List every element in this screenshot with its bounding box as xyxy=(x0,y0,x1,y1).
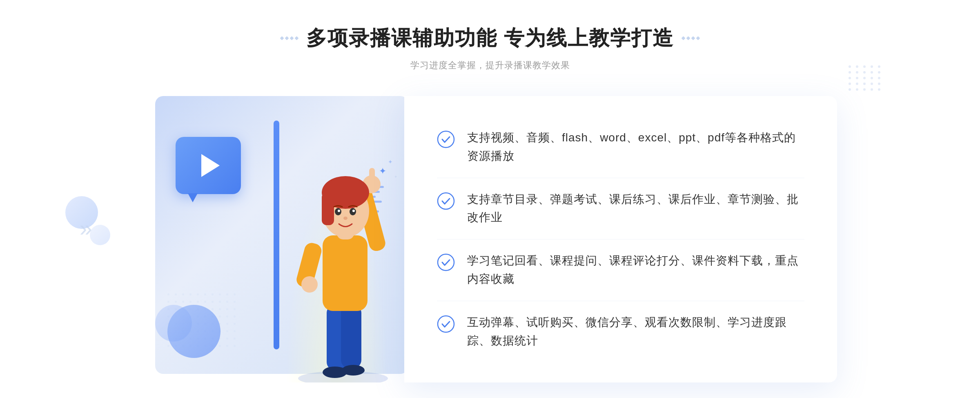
outer-dot xyxy=(856,71,858,74)
feature-text-4: 互动弹幕、试听购买、微信分享、观看次数限制、学习进度跟踪、数据统计 xyxy=(467,313,804,350)
illus-dot xyxy=(234,330,236,332)
title-decorator-left xyxy=(281,37,298,40)
svg-point-19 xyxy=(343,217,347,220)
svg-point-10 xyxy=(301,276,318,293)
outer-dot xyxy=(849,83,851,85)
illus-dot xyxy=(175,301,177,303)
svg-rect-5 xyxy=(323,235,368,311)
illus-dot xyxy=(219,293,221,295)
outer-dot xyxy=(871,88,873,91)
outer-dot xyxy=(863,77,866,79)
feature-text-1: 支持视频、音频、flash、word、excel、ppt、pdf等各种格式的资源… xyxy=(467,129,804,165)
illus-dot xyxy=(212,293,214,295)
page-container: 多项录播课辅助功能 专为线上教学打造 学习进度全掌握，提升录播课教学效果 // … xyxy=(0,0,980,398)
illus-dot xyxy=(226,323,228,325)
illus-dot xyxy=(234,315,236,318)
dot-4 xyxy=(295,36,299,40)
illus-dot xyxy=(226,308,228,310)
outer-dot xyxy=(863,71,866,74)
svg-point-24 xyxy=(438,193,454,209)
illus-dot xyxy=(182,293,184,295)
dot-3 xyxy=(290,36,294,40)
chevron-icon: » xyxy=(80,216,89,241)
illus-dot xyxy=(234,301,236,303)
outer-dot xyxy=(849,71,851,74)
subtitle: 学习进度全掌握，提升录播课教学效果 xyxy=(281,59,699,72)
title-decorator-right xyxy=(682,37,699,40)
illus-dot xyxy=(212,308,214,310)
circle-decoration-1 xyxy=(167,305,220,358)
illus-dot xyxy=(175,293,177,295)
feature-item-2: 支持章节目录、弹题考试、课后练习、课后作业、章节测验、批改作业 xyxy=(437,178,804,240)
svg-text:✦: ✦ xyxy=(388,159,393,165)
illus-dot xyxy=(234,323,236,325)
feature-text-3: 学习笔记回看、课程提问、课程评论打分、课件资料下载，重点内容收藏 xyxy=(467,252,804,288)
check-icon-2 xyxy=(437,192,455,210)
content-section: // Will be generated by JS below xyxy=(143,96,837,382)
outer-dot xyxy=(863,88,866,91)
illus-dot xyxy=(234,345,236,347)
outer-dot xyxy=(878,65,880,68)
illus-dot xyxy=(197,293,199,295)
check-icon-3 xyxy=(437,253,455,271)
svg-rect-9 xyxy=(369,168,375,188)
feature-text-2: 支持章节目录、弹题考试、课后练习、课后作业、章节测验、批改作业 xyxy=(467,190,804,227)
illus-dot xyxy=(234,308,236,310)
illus-dot xyxy=(167,301,169,303)
dot-1 xyxy=(280,36,284,40)
illus-dot xyxy=(234,338,236,340)
illus-dot xyxy=(226,293,228,295)
illus-dot xyxy=(219,308,221,310)
illus-dot xyxy=(226,345,228,347)
features-card: 支持视频、音频、flash、word、excel、ppt、pdf等各种格式的资源… xyxy=(404,96,837,382)
illus-dot xyxy=(219,315,221,318)
play-bubble xyxy=(176,137,241,194)
illus-dot xyxy=(182,301,184,303)
dot-8 xyxy=(696,36,700,40)
svg-point-23 xyxy=(438,131,454,148)
svg-point-25 xyxy=(438,254,454,271)
illus-dot xyxy=(197,301,199,303)
feature-item-1: 支持视频、音频、flash、word、excel、ppt、pdf等各种格式的资源… xyxy=(437,116,804,178)
outer-dot xyxy=(856,83,858,85)
illus-dot xyxy=(204,293,206,295)
check-icon-4 xyxy=(437,315,455,333)
illus-dot xyxy=(167,293,169,295)
outer-dot xyxy=(856,77,858,79)
outer-dot xyxy=(863,65,866,68)
illus-dot xyxy=(226,338,228,340)
illus-dot xyxy=(234,293,236,295)
play-icon xyxy=(201,154,220,177)
illus-dot xyxy=(226,330,228,332)
outer-dot xyxy=(871,77,873,79)
outer-dot xyxy=(849,77,851,79)
outer-dot xyxy=(849,88,851,91)
dot-5 xyxy=(682,36,686,40)
illus-dot xyxy=(226,315,228,318)
illus-dot xyxy=(189,293,192,295)
side-circle-decoration-2 xyxy=(90,225,110,245)
outer-dot xyxy=(878,88,880,91)
main-title: 多项录播课辅助功能 专为线上教学打造 xyxy=(306,25,674,52)
outer-dot xyxy=(849,65,851,68)
svg-point-17 xyxy=(338,210,340,212)
outer-dot xyxy=(871,83,873,85)
title-row: 多项录播课辅助功能 专为线上教学打造 xyxy=(281,25,699,52)
svg-rect-14 xyxy=(322,192,334,225)
svg-point-18 xyxy=(352,210,355,212)
feature-item-3: 学习笔记回看、课程提问、课程评论打分、课件资料下载，重点内容收藏 xyxy=(437,239,804,301)
outer-dot xyxy=(871,71,873,74)
outer-dot xyxy=(871,65,873,68)
left-chevron-decoration: » xyxy=(80,215,89,241)
right-dots-decoration xyxy=(849,65,882,91)
illus-dot xyxy=(212,301,214,303)
dot-6 xyxy=(686,36,690,40)
feature-item-4: 互动弹幕、试听购买、微信分享、观看次数限制、学习进度跟踪、数据统计 xyxy=(437,301,804,362)
outer-dot xyxy=(856,88,858,91)
dot-2 xyxy=(285,36,289,40)
illus-dot xyxy=(189,301,192,303)
svg-point-4 xyxy=(342,365,365,376)
svg-text:✦: ✦ xyxy=(379,166,386,176)
illus-dot xyxy=(167,345,169,347)
illus-dot xyxy=(219,345,221,347)
